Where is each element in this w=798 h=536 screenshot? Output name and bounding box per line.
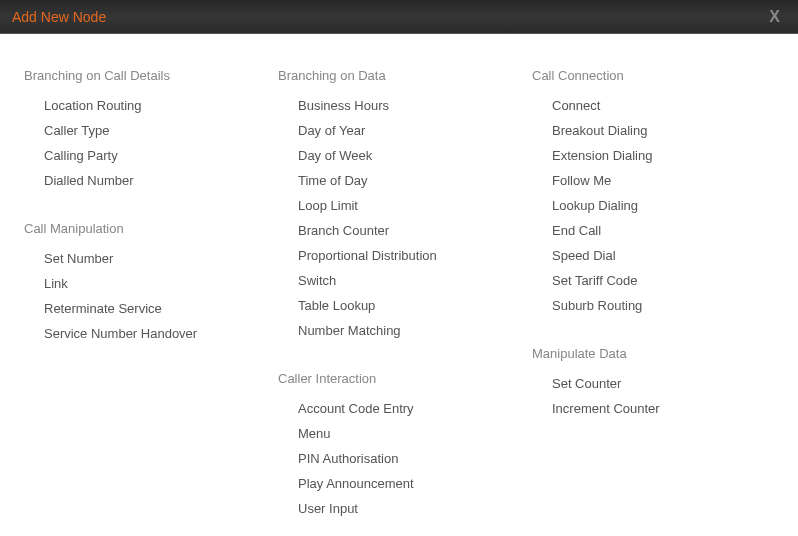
node-item-set-number[interactable]: Set Number <box>24 246 266 271</box>
node-item-extension-dialing[interactable]: Extension Dialing <box>532 143 774 168</box>
group-call-manipulation: Call Manipulation Set Number Link Reterm… <box>24 221 266 346</box>
group-title: Call Manipulation <box>24 221 266 236</box>
node-item-reterminate-service[interactable]: Reterminate Service <box>24 296 266 321</box>
close-icon[interactable]: X <box>763 6 786 28</box>
group-title: Caller Interaction <box>278 371 520 386</box>
group-title: Branching on Data <box>278 68 520 83</box>
group-branching-on-call-details: Branching on Call Details Location Routi… <box>24 68 266 193</box>
node-item-menu[interactable]: Menu <box>278 421 520 446</box>
node-item-link[interactable]: Link <box>24 271 266 296</box>
node-categories-grid: Branching on Call Details Location Routi… <box>0 34 798 536</box>
node-item-breakout-dialing[interactable]: Breakout Dialing <box>532 118 774 143</box>
group-branching-on-data: Branching on Data Business Hours Day of … <box>278 68 520 343</box>
node-item-table-lookup[interactable]: Table Lookup <box>278 293 520 318</box>
node-item-user-input[interactable]: User Input <box>278 496 520 521</box>
node-item-business-hours[interactable]: Business Hours <box>278 93 520 118</box>
node-item-lookup-dialing[interactable]: Lookup Dialing <box>532 193 774 218</box>
dialog-title: Add New Node <box>12 9 106 25</box>
node-item-play-announcement[interactable]: Play Announcement <box>278 471 520 496</box>
column-1: Branching on Call Details Location Routi… <box>24 68 266 536</box>
node-item-branch-counter[interactable]: Branch Counter <box>278 218 520 243</box>
node-item-dialled-number[interactable]: Dialled Number <box>24 168 266 193</box>
node-item-day-of-week[interactable]: Day of Week <box>278 143 520 168</box>
group-manipulate-data: Manipulate Data Set Counter Increment Co… <box>532 346 774 421</box>
group-caller-interaction: Caller Interaction Account Code Entry Me… <box>278 371 520 521</box>
node-item-increment-counter[interactable]: Increment Counter <box>532 396 774 421</box>
node-item-connect[interactable]: Connect <box>532 93 774 118</box>
node-item-caller-type[interactable]: Caller Type <box>24 118 266 143</box>
group-title: Call Connection <box>532 68 774 83</box>
node-item-switch[interactable]: Switch <box>278 268 520 293</box>
node-item-set-tariff-code[interactable]: Set Tariff Code <box>532 268 774 293</box>
column-3: Call Connection Connect Breakout Dialing… <box>532 68 774 536</box>
dialog-titlebar: Add New Node X <box>0 0 798 34</box>
node-item-service-number-handover[interactable]: Service Number Handover <box>24 321 266 346</box>
node-item-calling-party[interactable]: Calling Party <box>24 143 266 168</box>
node-item-follow-me[interactable]: Follow Me <box>532 168 774 193</box>
group-title: Manipulate Data <box>532 346 774 361</box>
node-item-set-counter[interactable]: Set Counter <box>532 371 774 396</box>
node-item-proportional-distribution[interactable]: Proportional Distribution <box>278 243 520 268</box>
node-item-suburb-routing[interactable]: Suburb Routing <box>532 293 774 318</box>
node-item-loop-limit[interactable]: Loop Limit <box>278 193 520 218</box>
node-item-speed-dial[interactable]: Speed Dial <box>532 243 774 268</box>
node-item-location-routing[interactable]: Location Routing <box>24 93 266 118</box>
node-item-account-code-entry[interactable]: Account Code Entry <box>278 396 520 421</box>
node-item-end-call[interactable]: End Call <box>532 218 774 243</box>
node-item-pin-authorisation[interactable]: PIN Authorisation <box>278 446 520 471</box>
node-item-time-of-day[interactable]: Time of Day <box>278 168 520 193</box>
group-call-connection: Call Connection Connect Breakout Dialing… <box>532 68 774 318</box>
column-2: Branching on Data Business Hours Day of … <box>278 68 520 536</box>
node-item-number-matching[interactable]: Number Matching <box>278 318 520 343</box>
node-item-day-of-year[interactable]: Day of Year <box>278 118 520 143</box>
group-title: Branching on Call Details <box>24 68 266 83</box>
